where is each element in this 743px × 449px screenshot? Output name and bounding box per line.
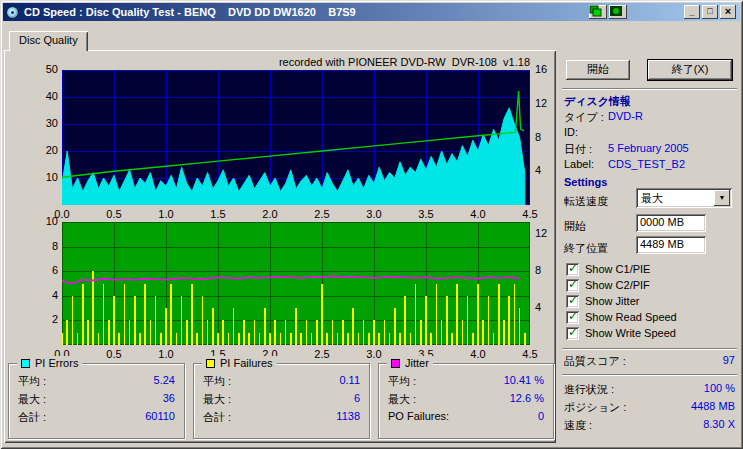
axis-tick-label: 4.0 [463,208,493,220]
axis-tick-label: 4.0 [463,348,493,360]
check-icon: ✓ [568,261,578,275]
axis-tick-label: 8 [535,264,559,276]
start-button[interactable]: 開始 [566,60,630,80]
axis-tick-label: 1.0 [151,208,181,220]
disc-type-label: タイプ : [564,110,604,125]
axis-tick-label: 4 [535,301,559,313]
quality-score-label: 品質スコア : [564,354,626,369]
checkbox-icon: ✓ [566,279,579,292]
checkbox-icon: ✓ [566,327,579,340]
tab-disc-quality[interactable]: Disc Quality [9,31,88,51]
checkbox-icon: ✓ [566,311,579,324]
settings-heading: Settings [564,176,607,188]
jitter-legend: Jitter [387,356,433,370]
pi-failures-swatch [206,359,215,368]
max-label: 最大 : [388,392,416,407]
checkbox-show-read-speed[interactable]: ✓ Show Read Speed [566,310,677,324]
disc-info-heading: ディスク情報 [564,94,631,109]
total-label: 合計 : [203,410,231,425]
axis-tick-label: 2 [24,313,58,325]
disc-label-value: CDS_TEST_B2 [608,158,685,170]
axis-tick-label: 40 [24,90,58,102]
titlebar[interactable]: CD Speed : Disc Quality Test - BENQ DVD … [3,3,740,21]
axis-tick-label: 4 [24,289,58,301]
window-title: CD Speed : Disc Quality Test - BENQ DVD … [24,6,356,18]
pi-errors-chart: 10203040504812160.00.51.01.52.02.53.03.5… [62,70,530,205]
speed-label: 速度 : [564,418,592,433]
start-position-field[interactable]: 0000 MB [636,214,706,232]
total-label: 合計 : [18,410,46,425]
po-failures-label: PO Failures: [388,410,449,422]
window-controls: _ □ × [684,5,736,19]
titlebar-tool-icon-1[interactable] [589,5,607,19]
axis-tick-label: 10 [24,171,58,183]
maximize-button[interactable]: □ [702,5,718,19]
speed-select[interactable]: 最大 ▼ [636,188,732,208]
end-position-label: 終了位置 [564,241,608,256]
titlebar-tool-icon-2[interactable] [609,5,627,19]
axis-tick-label: 3.0 [359,348,389,360]
titlebar-tools [589,5,627,19]
max-value: 6 [354,392,360,404]
disc-date-value: 5 February 2005 [608,142,689,154]
divider [562,348,737,350]
app-window: CD Speed : Disc Quality Test - BENQ DVD … [0,0,743,449]
pi-failures-group: PI Failures 平均 :0.11 最大 :6 合計 :1138 [193,363,370,439]
axis-tick-label: 20 [24,144,58,156]
checkbox-show-jitter[interactable]: ✓ Show Jitter [566,294,639,308]
check-icon: ✓ [568,309,578,323]
check-icon: ✓ [568,325,578,339]
checkbox-label: Show Read Speed [585,311,677,323]
quality-score-value: 97 [723,354,735,366]
start-position-label: 開始 [564,219,586,234]
close-button[interactable]: × [720,5,736,19]
max-value: 36 [163,392,175,404]
axis-tick-label: 10 [24,215,58,227]
position-label: ポジション : [564,400,626,415]
checkbox-show-c1-pie[interactable]: ✓ Show C1/PIE [566,262,650,276]
disc-date-label: 日付 : [564,142,592,157]
disc-type-value: DVD-R [608,110,643,122]
axis-tick-label: 12 [535,227,559,239]
checkbox-label: Show Jitter [585,295,639,307]
maximize-icon: □ [707,6,712,16]
disc-id-label: ID: [564,126,578,138]
minimize-icon: _ [689,6,694,18]
checkbox-show-write-speed[interactable]: ✓ Show Write Speed [566,326,676,340]
checkbox-icon: ✓ [566,263,579,276]
max-label: 最大 : [203,392,231,407]
jitter-group: Jitter 平均 :10.41 % 最大 :12.6 % PO Failure… [378,363,554,439]
axis-tick-label: 50 [24,63,58,75]
axis-tick-label: 8 [24,240,58,252]
axis-tick-label: 30 [24,117,58,129]
pi-failures-title: PI Failures [220,357,273,369]
position-value: 4488 MB [691,400,735,412]
close-icon: × [725,5,731,17]
axis-tick-label: 4.5 [515,348,545,360]
axis-tick-label: 0.5 [99,208,129,220]
end-position-field[interactable]: 4489 MB [636,236,706,254]
checkbox-show-c2-pif[interactable]: ✓ Show C2/PIF [566,278,650,292]
pi-failures-jitter-chart: 24681048120.00.51.01.52.02.53.03.54.04.5 [62,222,530,345]
checkbox-label: Show C1/PIE [585,263,650,275]
minimize-button[interactable]: _ [684,5,700,19]
transfer-speed-label: 転送速度 [564,194,608,209]
chart-canvas [62,70,530,205]
checkbox-icon: ✓ [566,295,579,308]
tab-label: Disc Quality [19,34,78,46]
axis-tick-label: 4 [535,164,559,176]
speed-value: 8.30 X [703,418,735,430]
divider [562,374,737,376]
pi-errors-legend: PI Errors [17,356,82,370]
total-value: 60110 [145,410,175,422]
checkbox-label: Show Write Speed [585,327,676,339]
chevron-down-icon[interactable]: ▼ [714,190,730,206]
check-icon: ✓ [568,277,578,291]
avg-label: 平均 : [203,374,231,389]
pi-errors-title: PI Errors [35,357,78,369]
pi-errors-swatch [21,359,30,368]
axis-tick-label: 1.0 [151,348,181,360]
exit-button[interactable]: 終了(X) [648,60,732,80]
axis-tick-label: 16 [535,63,559,75]
pi-failures-legend: PI Failures [202,356,277,370]
